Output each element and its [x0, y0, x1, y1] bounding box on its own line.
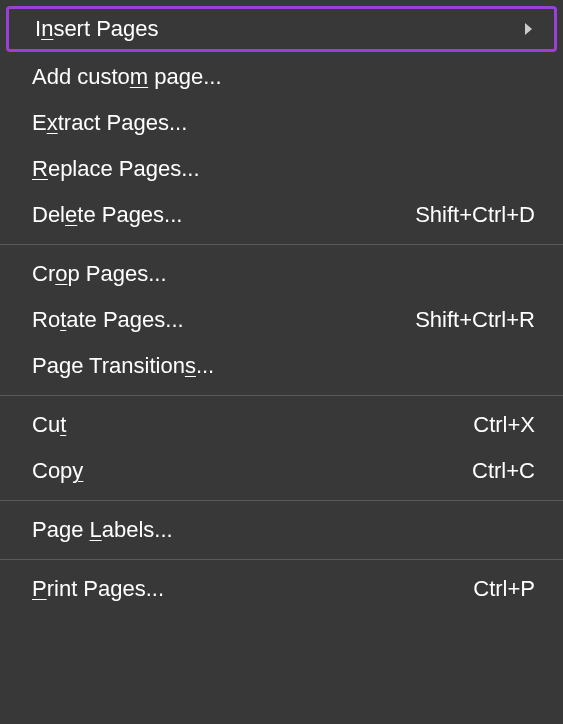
menu-item-replace-pages[interactable]: Replace Pages... — [0, 146, 563, 192]
menu-item-shortcut: Ctrl+P — [473, 576, 535, 602]
menu-item-page-labels[interactable]: Page Labels... — [0, 507, 563, 553]
menu-item-delete-pages[interactable]: Delete Pages...Shift+Ctrl+D — [0, 192, 563, 238]
menu-item-add-custom-page[interactable]: Add custom page... — [0, 54, 563, 100]
menu-item-label: Copy — [32, 458, 472, 484]
menu-item-copy[interactable]: CopyCtrl+C — [0, 448, 563, 494]
menu-item-label: Rotate Pages... — [32, 307, 415, 333]
chevron-right-icon — [525, 23, 532, 35]
menu-item-insert-pages[interactable]: Insert Pages — [6, 6, 557, 52]
menu-item-label: Cut — [32, 412, 473, 438]
menu-item-shortcut: Shift+Ctrl+R — [415, 307, 535, 333]
menu-item-rotate-pages[interactable]: Rotate Pages...Shift+Ctrl+R — [0, 297, 563, 343]
menu-item-crop-pages[interactable]: Crop Pages... — [0, 251, 563, 297]
menu-item-label: Page Labels... — [32, 517, 535, 543]
menu-item-label: Page Transitions... — [32, 353, 535, 379]
menu-item-label: Add custom page... — [32, 64, 535, 90]
menu-item-label: Print Pages... — [32, 576, 473, 602]
menu-item-print-pages[interactable]: Print Pages...Ctrl+P — [0, 566, 563, 612]
menu-separator — [0, 559, 563, 560]
context-menu: Insert PagesAdd custom page...Extract Pa… — [0, 0, 563, 724]
menu-item-label: Insert Pages — [35, 16, 513, 42]
menu-separator — [0, 395, 563, 396]
menu-separator — [0, 500, 563, 501]
menu-item-shortcut: Shift+Ctrl+D — [415, 202, 535, 228]
menu-item-label: Delete Pages... — [32, 202, 415, 228]
menu-separator — [0, 244, 563, 245]
menu-item-page-transitions[interactable]: Page Transitions... — [0, 343, 563, 389]
menu-item-label: Replace Pages... — [32, 156, 535, 182]
menu-item-shortcut: Ctrl+C — [472, 458, 535, 484]
menu-item-extract-pages[interactable]: Extract Pages... — [0, 100, 563, 146]
menu-item-shortcut: Ctrl+X — [473, 412, 535, 438]
menu-item-label: Crop Pages... — [32, 261, 535, 287]
menu-item-label: Extract Pages... — [32, 110, 535, 136]
menu-item-cut[interactable]: CutCtrl+X — [0, 402, 563, 448]
